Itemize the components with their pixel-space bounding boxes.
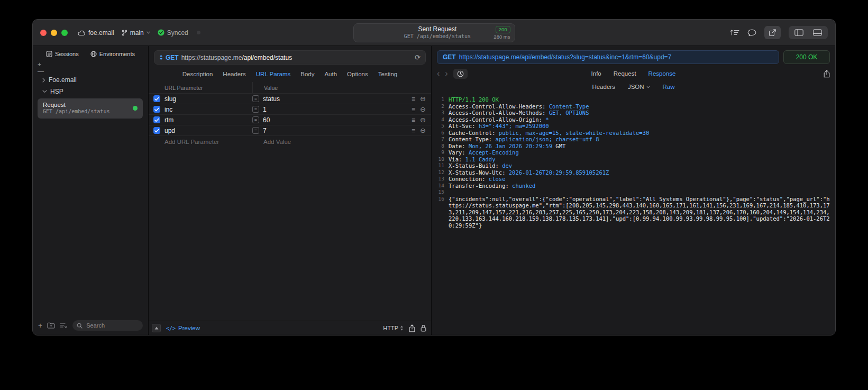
sort-menu-button[interactable] [60, 322, 68, 329]
tab-options[interactable]: Options [347, 71, 368, 77]
param-name[interactable]: upd [165, 127, 252, 134]
tab-url-params[interactable]: URL Params [256, 71, 290, 77]
panel-left-icon [794, 29, 803, 36]
close-window-button[interactable] [40, 30, 47, 36]
tab-body[interactable]: Body [300, 71, 314, 77]
history-forward-icon[interactable]: › [445, 69, 447, 78]
box-arrow-icon [769, 29, 776, 37]
request-status-dot [133, 106, 138, 111]
subtab-json[interactable]: JSON [628, 84, 650, 90]
request-method[interactable]: GET [166, 54, 179, 61]
search-input[interactable] [85, 322, 139, 329]
tree-group-hsp[interactable]: HSP [33, 86, 148, 97]
add-param-placeholder[interactable]: Add URL Parameter [165, 139, 252, 145]
branch-menu[interactable]: main [122, 29, 150, 37]
param-checkbox[interactable] [153, 127, 160, 134]
export-window-button[interactable] [764, 26, 781, 39]
toggle-bottom-panel-button[interactable] [808, 27, 827, 38]
row-menu-icon[interactable]: ≡ [412, 117, 415, 123]
param-value[interactable]: 1 [263, 106, 267, 113]
tab-description[interactable]: Description [182, 71, 213, 77]
param-checkbox[interactable] [153, 95, 160, 102]
sort-requests-button[interactable] [730, 29, 739, 36]
response-pane: GET https://statuspage.me/api/embed/stat… [432, 46, 835, 335]
sidebar-request-item[interactable]: Request GET /api/embed/status [38, 98, 143, 119]
tab-info[interactable]: Info [591, 70, 601, 77]
response-line: 13Connection: close [434, 176, 830, 183]
search-field[interactable] [72, 320, 143, 331]
line-number: 14 [434, 183, 444, 189]
tab-environments[interactable]: Environments [90, 51, 135, 57]
param-checkbox[interactable] [153, 116, 160, 123]
zoom-window-button[interactable] [61, 30, 68, 36]
tab-auth[interactable]: Auth [324, 71, 337, 77]
tab-testing[interactable]: Testing [378, 71, 397, 77]
row-menu-icon[interactable]: ≡ [412, 106, 415, 113]
line-text: {"incidents":null,"overall":{"code":"ope… [449, 196, 830, 229]
tree-group-foe-email[interactable]: Foe.email [33, 74, 148, 86]
tab-response[interactable]: Response [648, 70, 676, 77]
chevron-down-icon [147, 31, 150, 34]
param-row: upd =7 ≡⊖ [149, 125, 431, 136]
resend-request-icon[interactable]: ⟳ [415, 54, 421, 61]
minimize-window-button[interactable] [51, 30, 57, 36]
share-icon[interactable] [409, 324, 415, 332]
column-header-parameter: URL Parameter [165, 85, 252, 91]
remove-row-icon[interactable]: ⊖ [420, 116, 426, 123]
tab-headers[interactable]: Headers [223, 71, 245, 77]
response-line: 3Access-Control-Allow-Methods: GET, OPTI… [434, 110, 830, 116]
lock-icon[interactable] [421, 324, 426, 332]
request-url[interactable]: https://statuspage.me/api/embed/status [181, 54, 412, 61]
row-menu-icon[interactable]: ≡ [412, 96, 415, 102]
line-text: Date: Mon, 26 Jan 2026 20:29:59 GMT [449, 143, 830, 150]
toggle-left-sidebar-button[interactable] [790, 27, 808, 38]
share-icon[interactable] [824, 70, 830, 78]
response-subtabs: Headers JSON Raw [432, 80, 835, 94]
add-item-button[interactable]: + [38, 62, 44, 68]
line-number: 12 [434, 169, 444, 176]
tab-request[interactable]: Request [614, 70, 636, 77]
preview-button[interactable]: </> Preview [166, 325, 200, 331]
remove-row-icon[interactable]: ⊖ [420, 127, 426, 134]
sent-request-url[interactable]: GET https://statuspage.me/api/embed/stat… [437, 50, 779, 64]
param-value[interactable]: status [263, 95, 280, 103]
param-name[interactable]: slug [165, 95, 252, 103]
tab-sessions[interactable]: Sessions [46, 51, 79, 57]
param-name[interactable]: inc [165, 106, 252, 113]
remove-item-button[interactable]: — [38, 69, 44, 75]
pill-status-badge: 200 [496, 26, 510, 33]
param-value[interactable]: 60 [263, 116, 270, 124]
history-back-icon[interactable]: ‹ [437, 69, 440, 78]
request-url-bar[interactable]: GET https://statuspage.me/api/embed/stat… [154, 50, 426, 65]
sent-url: https://statuspage.me/api/embed/status?s… [459, 53, 672, 61]
line-number: 7 [434, 136, 444, 143]
new-request-button[interactable]: + [38, 321, 42, 330]
param-name[interactable]: rtm [165, 116, 252, 124]
response-body[interactable]: 1HTTP/1.1 200 OK2Access-Control-Allow-He… [432, 94, 835, 335]
globe-icon [90, 51, 97, 57]
params-table-header: URL Parameter Value [149, 82, 431, 94]
request-footer: </> Preview HTTP [149, 321, 431, 335]
subtab-headers[interactable]: Headers [592, 84, 615, 90]
sessions-icon [46, 51, 52, 57]
method-selector-icon [159, 55, 163, 60]
expand-panel-button[interactable] [152, 324, 161, 332]
subtab-raw[interactable]: Raw [663, 84, 675, 90]
line-text: HTTP/1.1 200 OK [449, 96, 830, 103]
add-value-placeholder[interactable]: Add Value [252, 139, 431, 145]
sent-request-pill[interactable]: Sent Request GET /api/embed/status 200 2… [353, 23, 515, 42]
project-menu[interactable]: foe.email [77, 29, 114, 37]
http-version-select[interactable]: HTTP [383, 325, 404, 331]
response-line: 7Content-Type: application/json; charset… [434, 136, 830, 143]
param-value[interactable]: 7 [263, 127, 267, 134]
remove-row-icon[interactable]: ⊖ [420, 106, 426, 113]
history-button[interactable] [453, 69, 468, 79]
sync-status[interactable]: Synced [158, 29, 188, 37]
new-folder-button[interactable] [47, 322, 55, 329]
response-nav-bar: ‹ › Info Request Response [432, 67, 835, 80]
pill-subtitle: GET /api/embed/status [381, 33, 494, 40]
comments-button[interactable] [747, 29, 756, 37]
remove-row-icon[interactable]: ⊖ [420, 95, 426, 102]
param-checkbox[interactable] [153, 106, 160, 113]
row-menu-icon[interactable]: ≡ [412, 128, 415, 134]
